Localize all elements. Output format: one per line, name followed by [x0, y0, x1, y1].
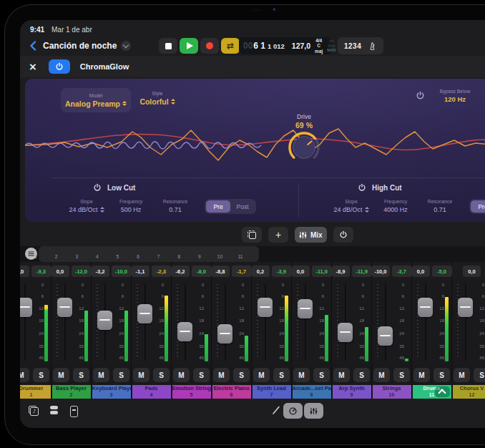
track-name-plate[interactable]: Emotion Strings5	[172, 385, 211, 399]
overview-meter-7[interactable]: 7	[152, 246, 166, 262]
low-cut-frequency[interactable]: Frequency 500 Hz	[109, 199, 153, 213]
volume-fader[interactable]	[217, 324, 232, 344]
overview-meter-10[interactable]: 10	[212, 246, 227, 262]
pre-button[interactable]: Pre	[471, 200, 485, 213]
overview-meter-9[interactable]: 9	[192, 246, 207, 262]
pan-value[interactable]: -10,0	[372, 266, 390, 277]
overview-meter-1[interactable]: 1	[29, 246, 43, 262]
style-selector[interactable]: Style Colorful	[132, 91, 182, 106]
overview-meter-4[interactable]: 4	[90, 246, 104, 262]
mute-button[interactable]: M	[213, 368, 230, 382]
track-name-plate[interactable]: Drummer1	[20, 385, 51, 399]
pan-value[interactable]: -6,2	[172, 266, 190, 277]
solo-button[interactable]: S	[393, 368, 410, 382]
volume-fader[interactable]	[57, 298, 72, 317]
high-cut-resonance[interactable]: Resonance 0.71	[418, 199, 462, 213]
volume-value[interactable]: -11,9	[352, 266, 372, 277]
solo-button[interactable]: S	[313, 368, 330, 382]
post-button[interactable]: Post	[230, 200, 255, 213]
solo-button[interactable]: S	[73, 368, 89, 382]
cycle-button[interactable]: ⇄	[221, 38, 240, 54]
overview-meter[interactable]	[479, 246, 485, 262]
count-in-button[interactable]: 1234	[344, 42, 361, 50]
low-cut-power-icon[interactable]	[93, 183, 102, 192]
volume-value[interactable]: -1,7	[232, 266, 252, 277]
volume-value[interactable]: -8,0	[192, 266, 212, 277]
volume-value[interactable]: -2,3	[152, 266, 172, 277]
overview-meter[interactable]	[315, 246, 329, 262]
volume-fader[interactable]	[20, 298, 32, 317]
plugins-icon[interactable]	[50, 406, 58, 414]
mute-button[interactable]: M	[413, 368, 430, 382]
overview-meter[interactable]	[335, 246, 350, 262]
volume-fader[interactable]	[97, 311, 112, 330]
metronome-icon[interactable]	[368, 42, 377, 51]
select-regions-button[interactable]	[242, 227, 262, 243]
volume-fader[interactable]	[418, 298, 433, 317]
volume-value[interactable]: -5,0	[432, 266, 452, 277]
pan-value[interactable]: 0,0	[412, 266, 430, 277]
overview-meter-3[interactable]: 3	[69, 246, 84, 262]
high-cut-frequency[interactable]: Frequency 4000 Hz	[373, 199, 418, 213]
overview-meter-2[interactable]: 2	[49, 246, 64, 262]
overview-meter[interactable]	[459, 246, 473, 262]
overview-meter[interactable]	[356, 246, 371, 262]
overview-meter[interactable]	[295, 246, 309, 262]
controls-view-button[interactable]	[283, 403, 303, 419]
overview-meter-6[interactable]: 6	[131, 246, 145, 262]
track-name-plate[interactable]: Electric Piano6	[212, 385, 251, 399]
mute-button[interactable]: M	[454, 368, 470, 382]
loop-browser-icon[interactable]: ♪	[29, 406, 39, 416]
solo-button[interactable]: S	[233, 368, 250, 382]
pan-value[interactable]: 0,0	[52, 266, 69, 277]
track-name-plate[interactable]: Strings10	[373, 385, 411, 399]
pan-value[interactable]: -8,9	[332, 266, 350, 277]
mute-button[interactable]: M	[293, 368, 310, 382]
volume-fader[interactable]	[298, 299, 313, 318]
volume-value[interactable]: -12,0	[72, 266, 92, 277]
mute-button[interactable]: M	[253, 368, 270, 382]
track-name-plate[interactable]: Pads4	[132, 385, 171, 399]
track-name-plate[interactable]: Arcade...eet Pad8	[293, 385, 331, 399]
solo-button[interactable]: S	[193, 368, 210, 382]
mute-button[interactable]: M	[373, 368, 390, 382]
volume-value[interactable]: -3,9	[272, 266, 292, 277]
project-menu-button[interactable]	[121, 41, 131, 51]
mute-button[interactable]: M	[333, 368, 350, 382]
overview-meter-5[interactable]: 5	[110, 246, 124, 262]
overview-meter[interactable]	[438, 246, 452, 262]
overview-meter[interactable]	[274, 246, 288, 262]
low-cut-slope[interactable]: Slope 24 dB/Oct	[64, 199, 109, 213]
volume-fader[interactable]	[137, 304, 152, 323]
pan-value[interactable]: -3,2	[92, 266, 109, 277]
pan-value[interactable]: -8,8	[212, 266, 230, 277]
play-surface-icon[interactable]	[70, 406, 78, 417]
pan-value[interactable]: 0,2	[252, 266, 270, 277]
pan-value[interactable]: 0,0	[292, 266, 310, 277]
track-name-plate[interactable]: Bass Player2	[52, 385, 91, 399]
solo-button[interactable]: S	[273, 368, 290, 382]
bypass-below-control[interactable]: Bypass Below 120 Hz	[430, 89, 480, 103]
overview-meter[interactable]	[376, 246, 391, 262]
solo-button[interactable]: S	[153, 368, 170, 382]
pencil-icon[interactable]	[272, 405, 280, 415]
volume-fader[interactable]	[458, 298, 473, 317]
volume-fader[interactable]	[378, 326, 393, 346]
volume-value[interactable]: -9,3	[31, 266, 52, 277]
pan-value[interactable]: 0,0	[463, 266, 481, 277]
close-icon[interactable]: ×	[29, 62, 37, 72]
add-track-button[interactable]: +	[268, 227, 288, 243]
mute-button[interactable]: M	[133, 368, 150, 382]
track-name-plate[interactable]: Drums11	[413, 385, 451, 399]
mute-button[interactable]: M	[173, 368, 190, 382]
collapse-mixer-button[interactable]	[435, 386, 450, 397]
pre-button[interactable]: Pre	[206, 200, 230, 213]
stop-button[interactable]	[159, 38, 177, 54]
volume-value[interactable]: -10,0	[112, 266, 132, 277]
volume-fader[interactable]	[338, 323, 353, 342]
mute-button[interactable]: M	[20, 368, 29, 382]
track-name-plate[interactable]: Arp Synth9	[333, 385, 371, 399]
overview-meter[interactable]	[254, 246, 268, 262]
mixer-view-button[interactable]	[304, 403, 323, 419]
solo-button[interactable]: S	[33, 368, 49, 382]
